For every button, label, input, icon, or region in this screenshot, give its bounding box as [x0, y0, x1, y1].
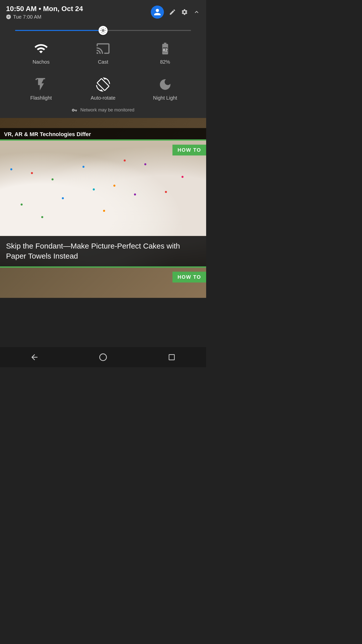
settings-icon[interactable] — [181, 9, 188, 16]
quick-tiles-row2: Flashlight Auto-rotate Night Light — [0, 72, 206, 103]
date-text: Mon, Oct 24 — [43, 5, 83, 13]
cast-label: Cast — [98, 59, 108, 65]
sprinkle — [134, 193, 136, 195]
svg-point-6 — [100, 354, 106, 361]
sprinkle — [144, 163, 146, 165]
sprinkle — [124, 159, 126, 162]
brightness-thumb[interactable] — [99, 26, 108, 35]
wifi-icon — [33, 41, 49, 56]
brightness-section — [0, 22, 206, 36]
sprinkle — [82, 166, 84, 168]
collapse-icon[interactable] — [193, 9, 200, 16]
separator: • — [39, 5, 43, 13]
status-time: 10:50 AM • Mon, Oct 24 — [6, 5, 83, 13]
wifi-tile[interactable]: Nachos — [26, 41, 56, 65]
brightness-fill — [15, 30, 107, 31]
wifi-label: Nachos — [32, 59, 50, 65]
battery-icon: 82 — [158, 41, 173, 56]
sprinkle — [113, 185, 115, 187]
cake-article-title: Skip the Fondant—Make Picture-Perfect Ca… — [6, 241, 200, 261]
alarm-row: Tue 7:00 AM — [6, 14, 83, 20]
autorotate-label: Auto-rotate — [91, 95, 116, 101]
sprinkle — [52, 178, 54, 180]
network-notice-text: Network may be monitored — [80, 107, 134, 113]
battery-tile[interactable]: 82 82% — [150, 41, 180, 65]
back-button[interactable] — [27, 350, 42, 365]
nightlight-label: Night Light — [153, 95, 177, 101]
flashlight-icon — [33, 77, 49, 92]
battery-label: 82% — [160, 59, 170, 65]
sprinkle — [31, 172, 33, 174]
time-text: 10:50 AM — [6, 5, 37, 13]
vr-article-overlay: VR, AR & MR Technologies Differ — [0, 128, 206, 141]
cast-icon — [96, 41, 111, 56]
cake-article-card[interactable]: HOW TO Skip the Fondant—Make Picture-Per… — [0, 141, 206, 266]
edit-icon[interactable] — [169, 9, 176, 16]
account-icon[interactable] — [151, 6, 164, 19]
quick-tiles-row1: Nachos Cast 82 82% — [0, 36, 206, 70]
flashlight-label: Flashlight — [30, 95, 52, 101]
sprinkle — [165, 191, 167, 193]
alarm-text: Tue 7:00 AM — [13, 14, 41, 20]
sprinkle — [182, 176, 184, 178]
how-to-badge2: HOW TO — [172, 272, 206, 283]
cake-article-overlay: Skip the Fondant—Make Picture-Perfect Ca… — [0, 236, 206, 266]
alarm-icon — [6, 14, 11, 19]
network-notice: Network may be monitored — [0, 103, 206, 118]
how-to-badge: HOW TO — [172, 145, 206, 155]
autorotate-icon — [96, 77, 111, 92]
tiles-spacer — [0, 70, 206, 72]
nightlight-icon — [158, 77, 173, 92]
brightness-slider[interactable] — [15, 30, 191, 31]
content-area: VR, AR & MR Technologies Differ HOW TO S… — [0, 118, 206, 298]
partial-article2[interactable]: HOW TO — [0, 268, 206, 298]
svg-rect-7 — [169, 354, 174, 360]
recents-button[interactable] — [164, 350, 179, 365]
navigation-bar — [0, 347, 206, 367]
svg-line-5 — [36, 78, 37, 80]
key-icon — [72, 107, 77, 113]
sprinkle — [62, 197, 64, 199]
brightness-sun-icon — [100, 27, 107, 34]
autorotate-tile[interactable]: Auto-rotate — [88, 77, 118, 101]
cast-tile[interactable]: Cast — [88, 41, 118, 65]
flashlight-tile[interactable]: Flashlight — [26, 77, 56, 101]
status-icons — [151, 6, 200, 19]
nightlight-tile[interactable]: Night Light — [150, 77, 180, 101]
home-button[interactable] — [96, 350, 111, 365]
status-left: 10:50 AM • Mon, Oct 24 Tue 7:00 AM — [6, 5, 83, 20]
status-bar: 10:50 AM • Mon, Oct 24 Tue 7:00 AM — [0, 0, 206, 22]
sprinkle — [21, 204, 23, 206]
sprinkle — [10, 168, 12, 170]
sprinkle — [41, 216, 43, 218]
vr-article-title: VR, AR & MR Technologies Differ — [4, 131, 202, 138]
sprinkle — [103, 210, 105, 212]
vr-article-card[interactable]: VR, AR & MR Technologies Differ — [0, 118, 206, 141]
sprinkle — [93, 188, 95, 190]
svg-text:82: 82 — [163, 48, 167, 52]
